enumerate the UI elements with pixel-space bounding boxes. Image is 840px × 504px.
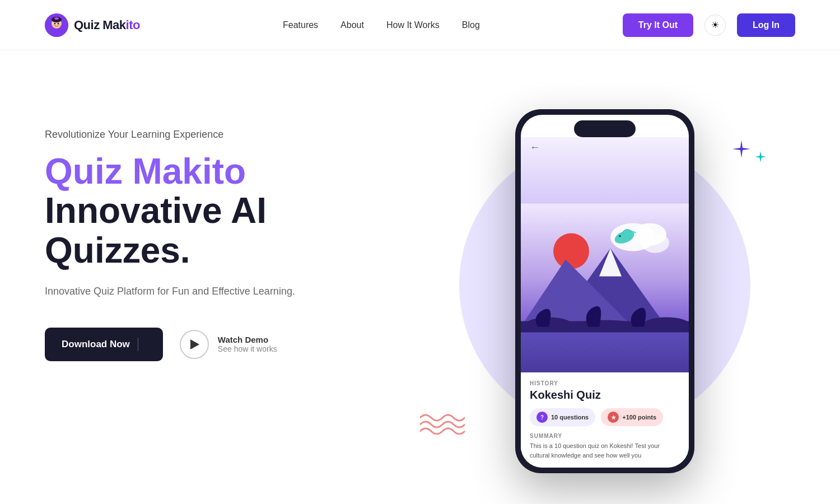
svg-point-5 bbox=[53, 24, 55, 25]
questions-icon: ? bbox=[536, 412, 548, 423]
dynamic-island bbox=[574, 120, 636, 137]
phone-screen: ← bbox=[521, 115, 689, 468]
watch-demo-label: Watch Demo bbox=[218, 335, 277, 344]
download-label: Download Now bbox=[62, 339, 130, 350]
phone-frame: ← bbox=[515, 109, 694, 473]
svg-point-12 bbox=[553, 234, 589, 269]
hero-title-brand: Quiz Makito bbox=[45, 151, 246, 192]
logo-icon bbox=[45, 13, 68, 37]
watch-demo-sublabel: See how it works bbox=[218, 344, 277, 353]
try-it-out-button[interactable]: Try It Out bbox=[623, 13, 693, 37]
svg-point-6 bbox=[58, 24, 60, 25]
svg-point-7 bbox=[54, 17, 59, 20]
button-divider bbox=[138, 338, 138, 351]
phone-card: HISTORY Kokeshi Quiz ? 10 questions ★ +1… bbox=[521, 372, 689, 468]
points-icon: ★ bbox=[608, 412, 619, 423]
hero-right: ← bbox=[414, 95, 795, 504]
phone-back-button[interactable]: ← bbox=[521, 137, 689, 158]
hero-title: Quiz Makito Innovative AI Quizzes. bbox=[45, 152, 414, 270]
phone-mockup: ← bbox=[515, 109, 694, 473]
wave-decoration bbox=[420, 412, 465, 437]
history-label: HISTORY bbox=[530, 380, 680, 386]
hero-subtitle: Revolutionize Your Learning Experience bbox=[45, 129, 414, 141]
svg-point-18 bbox=[619, 235, 621, 237]
theme-toggle-button[interactable]: ☀ bbox=[704, 15, 726, 36]
quiz-stats: ? 10 questions ★ +100 points bbox=[530, 408, 680, 426]
logo-text: Quiz Makito bbox=[74, 18, 140, 32]
illustration-area bbox=[521, 158, 689, 372]
hero-title-rest: Innovative AI Quizzes. bbox=[45, 190, 267, 270]
navbar: Quiz Makito Features About How It Works … bbox=[0, 0, 840, 50]
quiz-title: Kokeshi Quiz bbox=[530, 389, 680, 402]
nav-blog[interactable]: Blog bbox=[462, 20, 480, 30]
hero-left: Revolutionize Your Learning Experience Q… bbox=[45, 95, 414, 361]
points-badge: ★ +100 points bbox=[601, 408, 663, 426]
nav-links: Features About How It Works Blog bbox=[283, 20, 480, 30]
nav-right: Try It Out ☀ Log In bbox=[623, 13, 795, 37]
play-button-icon[interactable] bbox=[180, 330, 209, 359]
svg-point-4 bbox=[58, 22, 59, 24]
nav-features[interactable]: Features bbox=[283, 20, 318, 30]
watch-demo-text: Watch Demo See how it works bbox=[218, 335, 277, 353]
summary-label: SUMMARY bbox=[530, 433, 680, 439]
phone-screen-illustration: ← bbox=[521, 137, 689, 372]
hero-section: Revolutionize Your Learning Experience Q… bbox=[0, 50, 840, 504]
watch-demo-link[interactable]: Watch Demo See how it works bbox=[180, 330, 277, 359]
points-count: +100 points bbox=[622, 414, 656, 421]
sun-icon: ☀ bbox=[711, 20, 719, 30]
sparkle-decoration-1 bbox=[732, 140, 750, 160]
questions-badge: ? 10 questions bbox=[530, 408, 595, 426]
hero-actions: Download Now Watch Demo See how it works bbox=[45, 328, 414, 361]
logo[interactable]: Quiz Makito bbox=[45, 13, 140, 37]
download-now-button[interactable]: Download Now bbox=[45, 328, 163, 361]
hero-description: Innovative Quiz Platform for Fun and Eff… bbox=[45, 283, 414, 300]
questions-count: 10 questions bbox=[551, 414, 589, 421]
svg-point-11 bbox=[641, 233, 669, 253]
nav-about[interactable]: About bbox=[340, 20, 364, 30]
sparkle-decoration-2 bbox=[755, 151, 766, 165]
nav-how-it-works[interactable]: How It Works bbox=[386, 20, 440, 30]
svg-point-3 bbox=[54, 22, 56, 24]
login-button[interactable]: Log In bbox=[737, 13, 795, 37]
summary-text: This is a 10 question quiz on Kokeshi! T… bbox=[530, 441, 680, 460]
